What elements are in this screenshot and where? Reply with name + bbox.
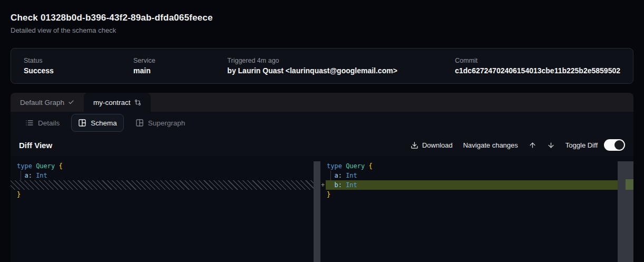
status-label: Status [24, 57, 133, 64]
contract-tabs: Default Graph my-contract [11, 93, 633, 112]
tab-schema-label: Schema [91, 119, 117, 127]
check-icon [68, 99, 74, 105]
code-line-hatch [11, 180, 314, 190]
status-field: Status Success [24, 57, 133, 75]
page-subtitle: Detailed view of the schema check [11, 26, 633, 34]
commit-label: Commit [455, 57, 620, 64]
tab-my-contract[interactable]: my-contract [84, 93, 151, 112]
triggered-value: by Laurin Quast <laurinquast@googlemail.… [227, 66, 455, 75]
diff-pane-after[interactable]: type Query { a: Int+ b: Int} [320, 156, 618, 262]
added-line-plus-sign: + [321, 180, 326, 190]
check-panel: Details Schema Supergraph Diff View [11, 112, 633, 262]
status-card: Status Success Service main Triggered 4m… [11, 48, 633, 84]
code-line-code: a: Int [320, 171, 618, 180]
code-line-added: + b: Int [320, 180, 618, 190]
toggle-diff-switch[interactable] [604, 139, 625, 151]
right-scrollbar[interactable] [618, 156, 633, 262]
view-tabs: Details Schema Supergraph [11, 112, 633, 134]
scrollbar-slider[interactable] [618, 161, 633, 262]
code-line-code: type Query { [320, 161, 618, 171]
tab-default-graph[interactable]: Default Graph [11, 93, 84, 112]
service-field: Service main [133, 57, 227, 75]
page-header: Check 01328b0d-b396-43f2-89ab-dfda065fee… [11, 0, 633, 34]
panels-icon [78, 119, 86, 127]
service-label: Service [133, 57, 227, 64]
code-line-code: a: Int [11, 171, 314, 180]
service-value: main [133, 66, 227, 75]
navigate-changes-label: Navigate changes [463, 141, 518, 149]
overview-diff-marker [626, 179, 633, 190]
code-line-code: } [320, 190, 618, 199]
code-line-code: type Query { [11, 161, 314, 171]
download-button[interactable]: Download [411, 141, 453, 149]
toggle-diff-label: Toggle Diff [565, 141, 598, 149]
diff-toolbar: Diff View Download Navigate changes [11, 134, 633, 156]
tab-supergraph[interactable]: Supergraph [129, 114, 192, 131]
tab-details-label: Details [38, 119, 60, 127]
default-graph-label: Default Graph [20, 99, 64, 106]
list-icon [25, 119, 34, 127]
page-title: Check 01328b0d-b396-43f2-89ab-dfda065fee… [11, 13, 633, 23]
git-compare-icon [134, 99, 141, 106]
tab-schema[interactable]: Schema [71, 114, 124, 132]
triggered-label: Triggered 4m ago [227, 57, 455, 64]
toggle-thumb [614, 140, 624, 150]
tab-details[interactable]: Details [19, 114, 66, 131]
diff-pane-before[interactable]: type Query { a: Int} [11, 156, 314, 262]
download-icon [411, 141, 418, 149]
status-value: Success [24, 66, 133, 75]
diff-editor: type Query { a: Int} type Query { a: Int… [11, 156, 633, 262]
my-contract-label: my-contract [93, 99, 131, 106]
arrow-down-icon [547, 141, 555, 149]
scrollbar-slider[interactable] [314, 161, 320, 262]
code-line-code: } [11, 190, 314, 199]
triggered-field: Triggered 4m ago by Laurin Quast <laurin… [227, 57, 455, 75]
previous-change-button[interactable] [529, 141, 536, 149]
diff-view-title: Diff View [19, 141, 52, 150]
commit-field: Commit c1dc62724702406154013cbe11b225b2e… [455, 57, 620, 75]
left-scrollbar[interactable] [314, 156, 320, 262]
next-change-button[interactable] [547, 141, 555, 149]
arrow-up-icon [529, 141, 536, 149]
panels-icon [135, 119, 144, 127]
tab-supergraph-label: Supergraph [148, 119, 186, 127]
schema-check-page: Check 01328b0d-b396-43f2-89ab-dfda065fee… [11, 0, 633, 262]
download-label: Download [422, 141, 453, 149]
commit-value: c1dc62724702406154013cbe11b225b2e5859502 [455, 66, 620, 75]
